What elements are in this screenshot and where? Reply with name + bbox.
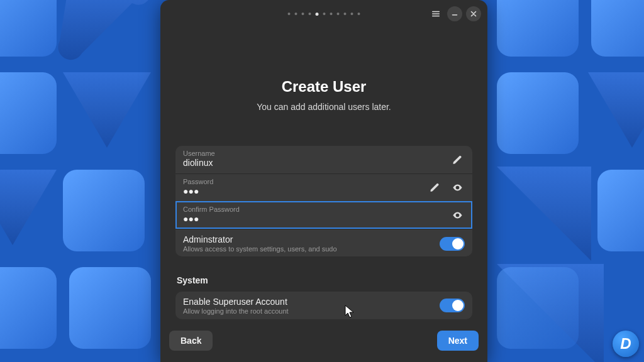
password-label: Password xyxy=(183,178,443,185)
confirm-password-value: ●●● xyxy=(183,214,443,225)
confirm-password-field[interactable]: Confirm Password ●●● xyxy=(175,201,472,229)
svg-rect-2 xyxy=(497,0,579,57)
superuser-description: Allow logging into the root account xyxy=(183,307,289,315)
svg-rect-9 xyxy=(69,267,151,349)
svg-rect-1 xyxy=(0,0,57,57)
password-visibility-button[interactable] xyxy=(448,179,466,197)
desktop-wallpaper: Create User You can add additional users… xyxy=(0,0,644,362)
svg-rect-10 xyxy=(497,267,579,349)
username-field[interactable]: Username diolinux xyxy=(175,146,472,173)
back-button[interactable]: Back xyxy=(169,331,213,351)
hamburger-icon xyxy=(431,9,440,18)
eye-icon xyxy=(452,210,463,221)
next-button[interactable]: Next xyxy=(437,331,479,351)
svg-rect-8 xyxy=(0,267,57,349)
watermark-logo: D xyxy=(613,331,639,357)
administrator-title: Adminstrator xyxy=(183,234,337,244)
superuser-toggle[interactable] xyxy=(440,299,465,312)
page-subtitle: You can add additional users later. xyxy=(175,102,472,112)
confirm-password-label: Confirm Password xyxy=(183,206,443,213)
titlebar xyxy=(160,0,487,28)
administrator-description: Allows access to system settings, users,… xyxy=(183,245,337,253)
hamburger-menu-button[interactable] xyxy=(428,6,443,21)
installer-window: Create User You can add additional users… xyxy=(160,0,487,362)
username-edit-button[interactable] xyxy=(448,151,466,168)
svg-rect-7 xyxy=(597,170,644,251)
close-button[interactable] xyxy=(466,6,481,21)
pencil-icon xyxy=(430,182,440,193)
svg-point-12 xyxy=(457,214,458,216)
pencil-icon xyxy=(452,155,463,165)
administrator-toggle[interactable] xyxy=(440,237,465,251)
svg-rect-3 xyxy=(591,0,644,57)
footer: Back Next xyxy=(160,319,487,362)
password-value: ●●● xyxy=(183,186,443,197)
svg-rect-5 xyxy=(497,72,579,154)
username-label: Username xyxy=(183,150,443,157)
svg-rect-4 xyxy=(0,72,57,154)
user-fields-group: Username diolinux Password ●●● xyxy=(175,146,472,256)
confirm-visibility-button[interactable] xyxy=(448,207,466,224)
minimize-icon xyxy=(450,9,459,18)
system-heading: System xyxy=(175,275,472,285)
eye-icon xyxy=(452,182,463,193)
password-edit-button[interactable] xyxy=(426,179,443,197)
minimize-button[interactable] xyxy=(447,6,462,21)
progress-indicator xyxy=(288,13,360,16)
svg-rect-6 xyxy=(63,170,145,251)
content-area: Create User You can add additional users… xyxy=(160,28,487,319)
superuser-row: Enable Superuser Account Allow logging i… xyxy=(175,292,472,319)
username-value: diolinux xyxy=(183,158,443,169)
password-field[interactable]: Password ●●● xyxy=(175,173,472,201)
system-group: Enable Superuser Account Allow logging i… xyxy=(175,292,472,319)
page-title: Create User xyxy=(175,78,472,96)
close-icon xyxy=(469,9,478,18)
svg-point-11 xyxy=(457,187,458,189)
administrator-row: Adminstrator Allows access to system set… xyxy=(175,229,472,256)
superuser-title: Enable Superuser Account xyxy=(183,297,289,307)
